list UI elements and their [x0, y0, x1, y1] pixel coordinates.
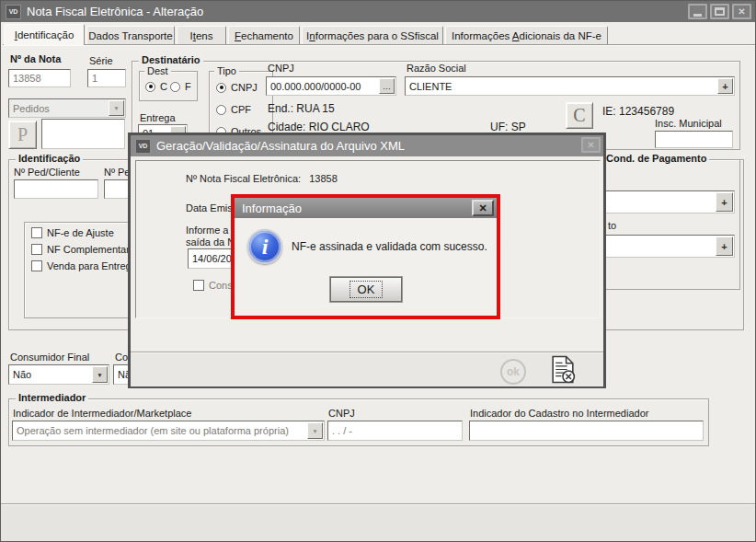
- consumidor-final-value: Não: [13, 369, 31, 380]
- cond-pagamento-partial-label: to: [608, 220, 616, 231]
- tipo-radio-cpf[interactable]: CPF: [216, 104, 251, 115]
- serie-field[interactable]: 1: [87, 69, 126, 87]
- indicador-intermediador-label: Indicador de Intermediador/Marketplace: [13, 408, 191, 419]
- uf-text: UF: SP: [490, 121, 526, 133]
- consumidor-final-label: Consumidor Final: [10, 352, 89, 363]
- ped-cliente-field[interactable]: [14, 179, 98, 199]
- tab-label: Dados Transporte: [88, 30, 172, 41]
- app-icon: VD: [6, 5, 21, 19]
- ped-cliente-label: Nº Ped/Cliente: [14, 167, 80, 178]
- cnpj-field[interactable]: 00.000.000/0000-00 …: [266, 76, 396, 96]
- intermediador-group-label: Intermediador: [16, 392, 88, 403]
- indicador-intermediador-dropdown[interactable]: Operação sem intermediador (em site ou p…: [12, 421, 325, 441]
- p-button[interactable]: P: [8, 121, 37, 149]
- insc-municipal-label: Insc. Municipal: [655, 118, 722, 129]
- pedidos-dropdown[interactable]: Pedidos ▼: [8, 98, 126, 118]
- tab-informacoes-adicionais[interactable]: Informações Adicionais da NF-e: [445, 26, 608, 45]
- window-titlebar[interactable]: VD Nota Fiscal Eletrônica - Alteração ✕: [1, 1, 755, 22]
- dialog-informe-line2: saída da N: [186, 236, 235, 248]
- checkbox-icon: [31, 260, 42, 271]
- identificacao-group-label: Identificação: [16, 153, 83, 164]
- intermediador-cnpj-label: CNPJ: [328, 408, 355, 419]
- ok-button-label: OK: [349, 281, 384, 298]
- radio-icon: [170, 82, 180, 92]
- tab-label: Informações Adicionais da NF-e: [452, 30, 601, 41]
- messagebox-titlebar[interactable]: Informação ✕: [235, 198, 497, 218]
- dialog-cancel-document-button[interactable]: [550, 355, 577, 386]
- tab-label: Itens: [190, 30, 213, 41]
- maximize-button[interactable]: [710, 4, 729, 19]
- checkbox-label: Venda para Entreg: [47, 260, 132, 271]
- xml-dialog-title: Geração/Validação/Assinatura do Arquivo …: [156, 139, 405, 153]
- checkbox-icon: [31, 227, 42, 238]
- cond-pagamento-field-2[interactable]: +: [584, 235, 735, 258]
- entrega-label: Entrega: [140, 112, 176, 123]
- cnpj-ellipsis-button[interactable]: …: [379, 78, 395, 94]
- cond-pagamento-field-1[interactable]: +: [584, 190, 735, 213]
- tab-dados-transporte[interactable]: Dados Transporte: [86, 26, 175, 45]
- razao-social-field[interactable]: CLIENTE +: [405, 76, 735, 96]
- checkbox-icon: [31, 244, 42, 255]
- minimize-icon: [693, 14, 702, 17]
- radio-label: C: [160, 81, 167, 92]
- maximize-icon: [715, 7, 725, 16]
- checkbox-nf-complementar[interactable]: NF Complementar: [31, 244, 130, 255]
- checkbox-venda-entrega[interactable]: Venda para Entreg: [31, 260, 132, 271]
- tipo-radio-cnpj[interactable]: CNPJ: [216, 82, 258, 93]
- xml-dialog-close-button[interactable]: ✕: [581, 137, 601, 153]
- radio-icon: [216, 105, 226, 115]
- indicador-cadastro-field[interactable]: [469, 421, 704, 441]
- nota-field[interactable]: 13858: [8, 69, 71, 87]
- xml-dialog-titlebar[interactable]: VD Geração/Validação/Assinatura do Arqui…: [131, 135, 603, 156]
- ped2-label: Nº Pe: [104, 167, 130, 178]
- cidade-text: Cidade: RIO CLARO: [268, 121, 370, 133]
- close-button[interactable]: ✕: [732, 4, 751, 19]
- dialog-informe-line1: Informe a: [186, 225, 228, 236]
- dialog-nota-value: 13858: [309, 173, 338, 184]
- tipo-group-label: Tipo: [214, 65, 239, 76]
- info-messagebox: Informação ✕ i NF-e assinada e validada …: [231, 194, 500, 319]
- messagebox-message: NF-e assinada e validada com sucesso.: [292, 240, 487, 253]
- tab-itens[interactable]: Itens: [177, 26, 226, 45]
- insc-municipal-field[interactable]: [655, 131, 733, 148]
- checkbox-icon: [193, 280, 204, 291]
- dialog-ok-button[interactable]: ok: [500, 359, 526, 385]
- info-icon: i: [247, 229, 282, 264]
- c-button[interactable]: C: [566, 102, 593, 129]
- razao-social-value: CLIENTE: [409, 81, 452, 92]
- checkbox-label: NF-e de Ajuste: [47, 227, 114, 238]
- tab-label: Identificação: [15, 29, 74, 40]
- checkbox-nfe-ajuste[interactable]: NF-e de Ajuste: [31, 227, 114, 238]
- checkbox-label: NF Complementar: [47, 244, 130, 255]
- messagebox-close-button[interactable]: ✕: [472, 200, 494, 216]
- dialog-data-emissao-label: Data Emiss: [186, 202, 237, 213]
- tab-identificacao[interactable]: Identificação: [4, 24, 85, 45]
- indicador-dropdown-arrow-icon[interactable]: ▼: [307, 422, 323, 439]
- dest-group-label: Dest: [144, 65, 171, 76]
- xml-dialog-app-icon: VD: [135, 139, 151, 154]
- razao-plus-button[interactable]: +: [717, 78, 733, 94]
- cnpj-value: 00.000.000/0000-00: [270, 81, 361, 92]
- cond-pagamento-group-label: Cond. de Pagamento: [603, 153, 709, 164]
- p-value-field[interactable]: [41, 119, 125, 149]
- tab-informacoes-ssfiscal[interactable]: Informações para o SSfiscal: [302, 26, 443, 45]
- dest-radio-f[interactable]: F: [170, 81, 191, 92]
- pedidos-value: Pedidos: [13, 103, 50, 114]
- cond-pagamento-plus-button-2[interactable]: +: [716, 236, 733, 256]
- destinatario-group-label: Destinatário: [139, 54, 203, 65]
- cond-pagamento-plus-button-1[interactable]: +: [716, 192, 733, 212]
- messagebox-ok-button[interactable]: OK: [330, 277, 402, 302]
- radio-label: CPF: [231, 104, 251, 115]
- bottom-toolbar: ?: [1, 503, 756, 541]
- close-icon: ✕: [587, 141, 594, 150]
- intermediador-cnpj-field[interactable]: . . / -: [327, 421, 463, 441]
- pedidos-dropdown-arrow-icon[interactable]: ▼: [109, 100, 124, 116]
- consumidor-final-dropdown-arrow-icon[interactable]: ▼: [92, 366, 108, 383]
- tab-fechamento[interactable]: Fechamento: [228, 26, 300, 45]
- indicador-cadastro-label: Indicador do Cadastro no Intermediador: [470, 408, 648, 419]
- radio-icon: [145, 82, 155, 92]
- close-icon: ✕: [478, 202, 487, 214]
- consumidor-final-dropdown[interactable]: Não ▼: [8, 364, 109, 385]
- dest-radio-c[interactable]: C: [145, 81, 167, 92]
- minimize-button[interactable]: [688, 4, 707, 19]
